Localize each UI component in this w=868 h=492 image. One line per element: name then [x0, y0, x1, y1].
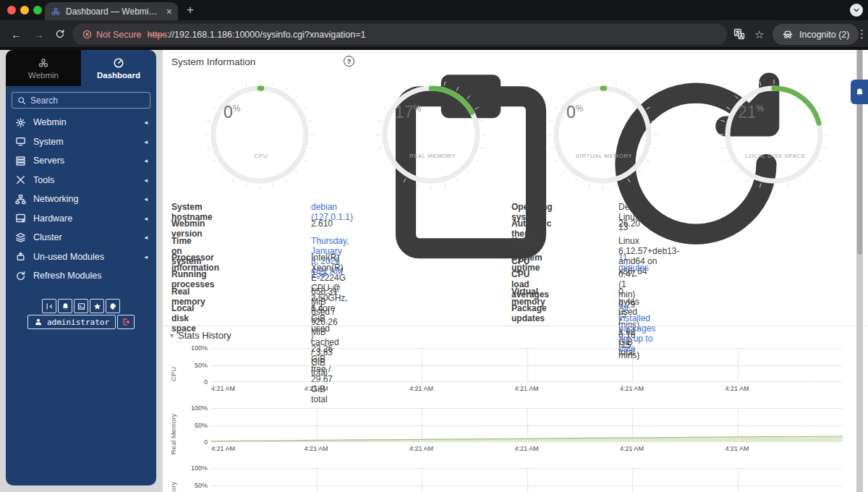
sidebar-menu: Webmin◂System◂Servers◂Tools◂Networking◂H…	[6, 113, 156, 286]
sidebar-footer: administrator	[6, 299, 156, 329]
sidebar-item-label: System	[33, 137, 64, 147]
logout-icon	[122, 318, 130, 326]
chevron-left-icon: ◂	[144, 157, 148, 164]
gear-icon	[15, 117, 26, 128]
webmin-logo-icon	[38, 57, 49, 69]
logout-button[interactable]	[117, 315, 135, 329]
user-icon	[34, 318, 43, 326]
chevron-left-icon: ◂	[144, 119, 148, 126]
stats-chart-real-memory: Real Memory100%50%04:21 AM4:21 AM4:21 AM…	[163, 408, 868, 467]
y-tick-label: 100%	[179, 344, 208, 352]
info-value[interactable]: All installed packages are up to date	[618, 303, 655, 354]
y-tick-label: 0	[179, 438, 208, 446]
info-value: 2.610	[311, 219, 333, 229]
browser-menu-icon[interactable]: ⋮	[856, 27, 867, 41]
gauge-virtual-memory: 0%VIRTUAL MEMORY	[548, 80, 658, 190]
search-input[interactable]	[30, 96, 132, 106]
not-secure-label: Not Secure	[96, 30, 142, 40]
sidebar-item-servers[interactable]: Servers◂	[6, 151, 156, 171]
chevron-left-icon: ◂	[144, 215, 148, 222]
x-tick-label: 4:21 AM	[515, 445, 539, 452]
y-tick-label: 100%	[179, 404, 208, 412]
sidebar-item-refresh-modules[interactable]: Refresh Modules	[6, 266, 156, 286]
favorites-button[interactable]	[90, 299, 104, 313]
area-series	[211, 408, 843, 442]
account-username: administrator	[47, 318, 109, 327]
bell-icon	[61, 302, 69, 310]
back-button[interactable]: ←	[11, 28, 22, 41]
x-tick-label: 4:21 AM	[409, 385, 433, 392]
sidebar-item-label: Refresh Modules	[33, 271, 102, 281]
y-tick-label: 100%	[179, 465, 208, 472]
incognito-icon	[782, 30, 793, 40]
chevron-left-icon: ◂	[144, 253, 148, 260]
window-zoom-button[interactable]	[33, 6, 42, 14]
tab-webmin-label: Webmin	[28, 71, 59, 80]
bell-icon	[855, 88, 864, 97]
x-tick-label: 4:21 AM	[409, 445, 433, 452]
sidebar-item-label: Webmin	[33, 117, 67, 127]
help-icon: ?	[344, 56, 354, 67]
info-label: Local disk space	[171, 303, 196, 334]
bookmark-star-icon[interactable]: ☆	[754, 28, 764, 41]
info-value[interactable]: 153	[311, 269, 326, 279]
stats-history-header[interactable]: ▾ Stats History	[170, 330, 231, 341]
tab-dashboard-label: Dashboard	[97, 71, 140, 80]
monitor-icon	[15, 136, 26, 147]
notifications-tab[interactable]	[851, 80, 868, 104]
x-tick-label: 4:21 AM	[305, 385, 328, 392]
tab-webmin[interactable]: Webmin	[6, 50, 81, 86]
sidebar-item-label: Servers	[33, 156, 64, 166]
sidebar-item-webmin[interactable]: Webmin◂	[6, 113, 156, 132]
browser-tab[interactable]: Dashboard — Webmin 2.610 ( ×	[45, 2, 178, 20]
sidebar-item-label: Cluster	[33, 232, 62, 242]
incognito-badge[interactable]: Incognito (2)	[773, 24, 859, 45]
gauge-real-memory: 17%REAL MEMORY	[376, 80, 486, 190]
info-label: Package updates	[511, 303, 547, 323]
sidebar-item-tools[interactable]: Tools◂	[6, 171, 156, 190]
webmin-page: Webmin Dashboard Webmin◂System◂Servers◂T…	[0, 47, 868, 492]
not-secure-badge[interactable]: Not Secure	[82, 30, 142, 40]
gauge-value: 0%	[224, 103, 240, 122]
sidebar-item-networking[interactable]: Networking◂	[6, 190, 156, 209]
chevron-down-icon[interactable]	[850, 4, 863, 17]
search-box[interactable]	[12, 92, 150, 109]
chevron-left-icon: ◂	[144, 234, 148, 241]
x-tick-label: 4:21 AM	[211, 445, 235, 452]
gauge-value: 17%	[395, 103, 421, 122]
sidebar-item-cluster[interactable]: Cluster◂	[6, 228, 156, 247]
url-text: https://192.168.1.186:10000/sysinfo.cgi?…	[148, 30, 366, 40]
tab-title: Dashboard — Webmin 2.610 (	[66, 7, 161, 17]
sidebar-item-hardware[interactable]: Hardware◂	[6, 209, 156, 229]
terminal-button[interactable]	[74, 299, 88, 313]
plug-icon	[15, 251, 26, 262]
window-close-button[interactable]	[7, 6, 16, 14]
sidebar-item-un-used-modules[interactable]: Un-used Modules◂	[6, 247, 156, 267]
palette-icon	[109, 302, 117, 310]
address-bar[interactable]: Not Secure https://192.168.1.186:10000/s…	[72, 24, 727, 45]
window-minimize-button[interactable]	[20, 6, 29, 14]
notifications-button[interactable]	[58, 299, 72, 313]
chart-plot-area	[211, 468, 843, 492]
not-secure-icon	[82, 30, 92, 39]
sidebar-item-system[interactable]: System◂	[6, 132, 156, 152]
x-tick-label: 4:21 AM	[211, 385, 235, 392]
translate-icon[interactable]	[733, 28, 745, 40]
theme-button[interactable]	[106, 299, 120, 313]
chart-plot-area	[211, 408, 843, 442]
new-tab-button[interactable]: +	[187, 3, 194, 17]
chevron-left-icon: ◂	[144, 195, 148, 203]
page-title: System Information	[171, 56, 255, 67]
reload-button[interactable]	[55, 29, 65, 39]
x-tick-label: 4:21 AM	[726, 445, 749, 452]
collapse-sidebar-button[interactable]	[42, 299, 56, 313]
section-divider	[163, 326, 868, 326]
tab-close-icon[interactable]: ×	[166, 7, 172, 17]
gauge-value: 21%	[738, 103, 764, 122]
forward-button[interactable]: →	[33, 28, 44, 41]
sidebar-item-label: Networking	[33, 194, 79, 204]
account-button[interactable]: administrator	[27, 315, 116, 329]
tab-dashboard[interactable]: Dashboard	[81, 50, 156, 86]
scrollbar-track[interactable]	[856, 50, 863, 492]
chevron-left-icon: ◂	[144, 138, 148, 145]
